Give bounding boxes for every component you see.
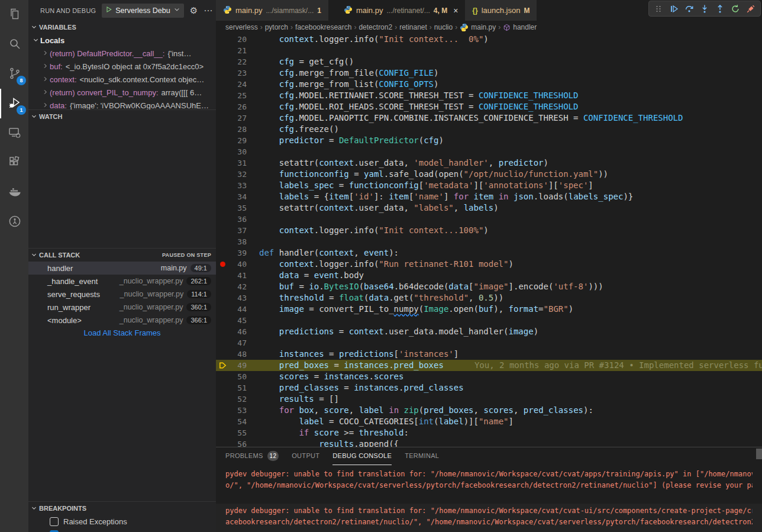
code-line[interactable]: 36 xyxy=(216,214,762,225)
breadcrumb-item-detectron2[interactable]: detectron2 xyxy=(359,23,392,31)
line-number[interactable]: 39 xyxy=(229,247,247,259)
code-line[interactable]: 34 labels = {item['id']: item['name'] fo… xyxy=(216,191,762,202)
code-line[interactable]: 39def handler(context, event): xyxy=(216,247,762,259)
tab-main.py[interactable]: main.py.../retinanet/...4, M× xyxy=(328,0,465,21)
gutter-glyph[interactable] xyxy=(216,67,229,79)
line-number[interactable]: 52 xyxy=(229,394,247,405)
line-number[interactable]: 31 xyxy=(229,157,247,169)
breadcrumb-item-nuclio[interactable]: nuclio xyxy=(434,23,453,31)
gutter-glyph[interactable] xyxy=(216,214,229,225)
breadcrumb-item-handler[interactable]: handler xyxy=(503,23,537,31)
more-actions-icon[interactable]: ⋯ xyxy=(204,6,212,15)
gutter-glyph[interactable] xyxy=(216,326,229,337)
gutter-glyph[interactable] xyxy=(216,45,229,56)
code-line[interactable]: 50 scores = instances.scores xyxy=(216,371,762,382)
panel-tab-debug-console[interactable]: DEBUG CONSOLE xyxy=(332,447,392,465)
activity-item-search[interactable] xyxy=(0,30,28,59)
activity-item-remote-explorer[interactable] xyxy=(0,118,28,148)
code-editor[interactable]: 20 context.logger.info("Init context... … xyxy=(216,34,762,447)
breakpoint-row[interactable]: ✓Uncaught Exceptions xyxy=(28,528,216,532)
launch-config-dropdown[interactable]: Serverless Debu xyxy=(102,4,183,18)
line-number[interactable]: 33 xyxy=(229,180,247,191)
code-line[interactable]: 22 cfg = get_cfg() xyxy=(216,56,762,67)
line-number[interactable]: 30 xyxy=(229,146,247,157)
code-line[interactable]: 27 cfg.MODEL.PANOPTIC_FPN.COMBINE.INSTAN… xyxy=(216,112,762,124)
code-line[interactable]: 21 xyxy=(216,45,762,56)
line-number[interactable]: 24 xyxy=(229,79,247,90)
line-number[interactable]: 23 xyxy=(229,67,247,79)
gutter-glyph[interactable] xyxy=(216,315,229,326)
gutter-glyph[interactable] xyxy=(216,124,229,135)
gutter-glyph[interactable] xyxy=(216,349,229,360)
gutter-glyph[interactable] xyxy=(216,281,229,292)
code-line[interactable]: 35 setattr(context.user_data, "labels", … xyxy=(216,202,762,214)
gutter-glyph[interactable] xyxy=(216,90,229,101)
call-stack-frame[interactable]: run_wrapper_nuclio_wrapper.py360:1 xyxy=(28,301,216,314)
line-number[interactable]: 25 xyxy=(229,90,247,101)
variables-section-header[interactable]: VARIABLES xyxy=(28,21,216,34)
code-line[interactable]: 41 data = event.body xyxy=(216,270,762,281)
breakpoints-section-header[interactable]: BREAKPOINTS xyxy=(28,502,216,515)
line-number[interactable]: 28 xyxy=(229,124,247,135)
call-stack-frame[interactable]: _handle_event_nuclio_wrapper.py262:1 xyxy=(28,275,216,288)
continue-icon[interactable] xyxy=(667,2,681,16)
line-number[interactable]: 34 xyxy=(229,191,247,202)
line-number[interactable]: 32 xyxy=(229,169,247,180)
gear-icon[interactable]: ⚙ xyxy=(190,6,198,15)
watch-section-header[interactable]: WATCH xyxy=(28,110,216,123)
code-line[interactable]: 33 labels_spec = functionconfig['metadat… xyxy=(216,180,762,191)
code-line[interactable]: 53 for box, score, label in zip(pred_box… xyxy=(216,405,762,416)
line-number[interactable]: 42 xyxy=(229,281,247,292)
line-number[interactable]: 41 xyxy=(229,270,247,281)
breadcrumb-item-serverless[interactable]: serverless xyxy=(225,23,258,31)
gutter-glyph[interactable] xyxy=(216,157,229,169)
breadcrumb-item-main.py[interactable]: main.py xyxy=(460,23,496,32)
code-line[interactable]: 52 results = [] xyxy=(216,394,762,405)
line-number[interactable]: 44 xyxy=(229,304,247,315)
breakpoint-icon[interactable] xyxy=(216,259,229,270)
code-line[interactable]: 45 xyxy=(216,315,762,326)
load-all-stack-frames-link[interactable]: Load All Stack Frames xyxy=(28,327,216,340)
gutter-glyph[interactable] xyxy=(216,112,229,124)
line-number[interactable]: 38 xyxy=(229,236,247,247)
line-number[interactable]: 55 xyxy=(229,427,247,439)
line-number[interactable]: 21 xyxy=(229,45,247,56)
gutter-glyph[interactable] xyxy=(216,394,229,405)
code-line[interactable]: 38 xyxy=(216,236,762,247)
line-number[interactable]: 46 xyxy=(229,326,247,337)
activity-item-explorer[interactable] xyxy=(0,0,28,30)
gutter-glyph[interactable] xyxy=(216,382,229,394)
tab-main.py[interactable]: main.py.../siammask/...1 xyxy=(216,0,328,21)
code-line[interactable]: 37 context.logger.info("Init context...1… xyxy=(216,225,762,236)
line-number[interactable]: 51 xyxy=(229,382,247,394)
line-number[interactable]: 40 xyxy=(229,259,247,270)
activity-item-source-control[interactable]: 8 xyxy=(0,59,28,89)
code-line[interactable]: 48 instances = predictions['instances'] xyxy=(216,349,762,360)
code-line[interactable]: 20 context.logger.info("Init context... … xyxy=(216,34,762,45)
code-line[interactable]: 43 threshold = float(data.get("threshold… xyxy=(216,292,762,304)
gutter-glyph[interactable] xyxy=(216,146,229,157)
code-line[interactable]: 31 setattr(context.user_data, 'model_han… xyxy=(216,157,762,169)
variable-row[interactable]: context:<nuclio_sdk.context.Context obje… xyxy=(28,73,216,86)
line-number[interactable]: 29 xyxy=(229,135,247,146)
gutter-glyph[interactable] xyxy=(216,405,229,416)
line-number[interactable]: 56 xyxy=(229,439,247,447)
call-stack-frame[interactable]: <module>_nuclio_wrapper.py366:1 xyxy=(28,314,216,327)
line-number[interactable]: 36 xyxy=(229,214,247,225)
activity-item-git-graph[interactable] xyxy=(0,207,28,237)
start-debug-icon[interactable] xyxy=(105,6,112,15)
breakpoint-checkbox[interactable] xyxy=(50,517,59,526)
code-line[interactable]: 29 predictor = DefaultPredictor(cfg) xyxy=(216,135,762,146)
code-line[interactable]: 49 pred_boxes = instances.pred_boxesYou,… xyxy=(216,360,762,371)
code-line[interactable]: 26 cfg.MODEL.ROI_HEADS.SCORE_THRESH_TEST… xyxy=(216,101,762,112)
line-number[interactable]: 50 xyxy=(229,371,247,382)
gutter-glyph[interactable] xyxy=(216,191,229,202)
code-line[interactable]: 51 pred_classes = instances.pred_classes xyxy=(216,382,762,394)
gutter-glyph[interactable] xyxy=(216,225,229,236)
breakpoint-checkbox[interactable]: ✓ xyxy=(50,530,59,532)
gutter-glyph[interactable] xyxy=(216,337,229,349)
panel-tab-problems[interactable]: PROBLEMS12 xyxy=(225,447,279,465)
code-line[interactable]: 30 xyxy=(216,146,762,157)
code-line[interactable]: 44 image = convert_PIL_to_numpy(Image.op… xyxy=(216,304,762,315)
call-stack-section-header[interactable]: CALL STACK PAUSED ON STEP xyxy=(28,249,216,262)
